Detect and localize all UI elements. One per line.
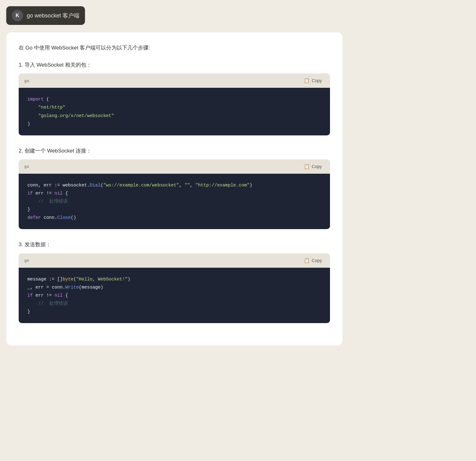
step-2-code-header: go 📋 Copy xyxy=(19,159,330,174)
step-3-code-header: go 📋 Copy xyxy=(19,253,330,268)
step-3-copy-button[interactable]: 📋 Copy xyxy=(301,256,324,265)
step-2-code-block: conn, err := websocket.Dial("ws://exampl… xyxy=(19,174,330,229)
step-2-copy-label: Copy xyxy=(312,164,322,169)
avatar: K xyxy=(12,10,23,21)
step-3: 3. 发送数据： go 📋 Copy message := []byte("He… xyxy=(19,240,330,323)
step-3-code-block: message := []byte("Hello, WebSocket!") _… xyxy=(19,268,330,323)
copy-icon-2: 📋 xyxy=(304,164,310,169)
step-1: 1. 导入 WebSocket 相关的包： go 📋 Copy import (… xyxy=(19,61,330,135)
step-2-label: 2. 创建一个 WebSocket 连接： xyxy=(19,147,330,155)
step-1-copy-button[interactable]: 📋 Copy xyxy=(301,77,324,85)
header-title: go websocket 客户端 xyxy=(27,12,79,19)
step-3-lang: go xyxy=(24,258,29,263)
step-3-label: 3. 发送数据： xyxy=(19,240,330,249)
copy-icon-3: 📋 xyxy=(304,258,310,263)
step-2-code-wrapper: go 📋 Copy conn, err := websocket.Dial("w… xyxy=(19,159,330,229)
step-3-code-wrapper: go 📋 Copy message := []byte("Hello, WebS… xyxy=(19,253,330,323)
step-1-label: 1. 导入 WebSocket 相关的包： xyxy=(19,61,330,69)
step-1-code-wrapper: go 📋 Copy import ( "net/http" "golang.or… xyxy=(19,73,330,135)
step-1-lang: go xyxy=(24,78,29,83)
step-3-copy-label: Copy xyxy=(312,258,322,263)
step-1-copy-label: Copy xyxy=(312,78,322,83)
step-1-code-header: go 📋 Copy xyxy=(19,73,330,88)
response-card: 在 Go 中使用 WebSocket 客户端可以分为以下几个步骤: 1. 导入 … xyxy=(6,32,342,346)
header-bar: K go websocket 客户端 xyxy=(6,6,85,25)
intro-text: 在 Go 中使用 WebSocket 客户端可以分为以下几个步骤: xyxy=(19,44,330,52)
step-2-lang: go xyxy=(24,164,29,169)
step-2: 2. 创建一个 WebSocket 连接： go 📋 Copy conn, er… xyxy=(19,147,330,229)
step-1-code-block: import ( "net/http" "golang.org/x/net/we… xyxy=(19,88,330,135)
step-2-copy-button[interactable]: 📋 Copy xyxy=(301,162,324,171)
copy-icon-1: 📋 xyxy=(304,78,310,83)
